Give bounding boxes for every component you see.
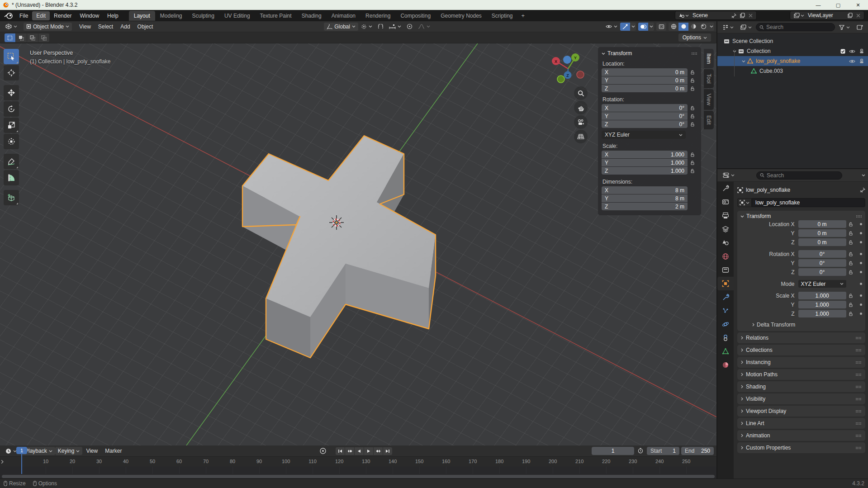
new-scene-icon[interactable] <box>738 13 747 18</box>
proportional-falloff-dropdown[interactable] <box>415 23 433 30</box>
properties-tab-physics[interactable] <box>717 317 734 331</box>
preview-range-icon[interactable] <box>638 448 643 454</box>
next-keyframe-button[interactable] <box>374 447 383 455</box>
panel-animation[interactable]: Animation <box>737 430 865 441</box>
panel-visibility[interactable]: Visibility <box>737 393 865 404</box>
expand-icon[interactable] <box>733 50 736 52</box>
play-reverse-button[interactable] <box>355 447 364 455</box>
properties-tab-tool[interactable] <box>717 182 734 195</box>
current-frame-line[interactable] <box>21 454 22 474</box>
pin-scene-icon[interactable] <box>730 13 738 18</box>
animate-dot[interactable] <box>860 253 862 255</box>
scene-name[interactable]: Scene <box>691 12 730 19</box>
timeline-scrollbar[interactable] <box>2 475 715 478</box>
outliner-row-cube-003[interactable]: Cube.003 <box>717 66 868 76</box>
menu-render[interactable]: Render <box>50 11 76 20</box>
value-field[interactable]: X1.000 <box>602 151 688 158</box>
properties-tab-object[interactable] <box>717 277 734 290</box>
end-frame-field[interactable]: End250 <box>681 447 714 455</box>
animate-dot[interactable] <box>860 271 862 273</box>
lock-icon[interactable] <box>688 78 697 83</box>
panel-collections[interactable]: Collections <box>737 345 865 355</box>
workspace-tab-rendering[interactable]: Rendering <box>360 11 395 21</box>
menu-file[interactable]: File <box>15 11 32 20</box>
tool-cursor[interactable] <box>4 65 19 81</box>
value-field[interactable]: 0° <box>798 250 846 258</box>
navigation-gizmo[interactable]: X Y Z <box>552 53 584 83</box>
panel-line-art[interactable]: Line Art <box>737 418 865 429</box>
lock-icon[interactable] <box>688 122 697 127</box>
animate-dot[interactable] <box>860 232 862 234</box>
sidebar-tab-edit[interactable]: Edit <box>704 111 714 129</box>
lock-icon[interactable] <box>688 169 697 173</box>
value-field[interactable]: 1.000 <box>798 301 846 308</box>
viewlayer-icon[interactable] <box>792 13 806 18</box>
panel-shading[interactable]: Shading <box>737 381 865 392</box>
keying-menu[interactable]: Keying <box>55 447 83 455</box>
value-field[interactable]: X0 m <box>602 68 688 76</box>
outliner-item-label[interactable]: Scene Collection <box>732 38 773 44</box>
timeline-view-menu[interactable]: View <box>82 447 101 455</box>
viewport-menu-select[interactable]: Select <box>95 23 117 31</box>
close-button[interactable]: ✕ <box>848 0 868 10</box>
value-field[interactable]: 0 m <box>798 220 846 228</box>
properties-tab-modifiers[interactable] <box>717 290 734 304</box>
animate-dot[interactable] <box>860 313 862 315</box>
viewport-menu-add[interactable]: Add <box>117 23 133 31</box>
object-low-poly-snoflake[interactable] <box>242 136 436 358</box>
disable-render-icon[interactable] <box>859 59 864 63</box>
scene-icon[interactable] <box>677 13 691 18</box>
workspace-tab-compositing[interactable]: Compositing <box>395 11 436 21</box>
xray-toggle[interactable] <box>656 23 666 31</box>
lock-icon[interactable] <box>846 303 856 307</box>
breadcrumb-object-name[interactable]: low_poly_snoflake <box>746 187 790 193</box>
pin-id-icon[interactable] <box>860 187 865 193</box>
sidebar-tab-tool[interactable]: Tool <box>704 69 714 88</box>
workspace-tab-texture-paint[interactable]: Texture Paint <box>255 11 297 21</box>
outliner-display-mode-button[interactable] <box>720 24 736 31</box>
object-id-icon[interactable] <box>737 198 752 207</box>
timeline-track[interactable] <box>0 467 716 474</box>
lock-icon[interactable] <box>688 152 697 157</box>
blender-menu-logo-icon[interactable] <box>4 12 14 19</box>
tool-select-box[interactable] <box>4 49 19 64</box>
rotation-mode-dropdown[interactable]: XYZ Euler <box>602 131 686 139</box>
animate-dot[interactable] <box>860 262 862 264</box>
menu-help[interactable]: Help <box>103 11 123 20</box>
options-dropdown[interactable]: Options <box>678 33 711 42</box>
proportional-editing-toggle[interactable] <box>404 23 415 30</box>
properties-tab-render[interactable] <box>717 195 734 209</box>
outliner-row-low_poly_snoflake[interactable]: low_poly_snoflake <box>717 56 868 66</box>
disable-render-icon[interactable] <box>859 49 864 53</box>
new-collection-button[interactable] <box>854 24 866 31</box>
value-field[interactable]: Y1.000 <box>602 159 688 166</box>
animate-dot[interactable] <box>860 294 862 297</box>
value-field[interactable]: Z1.000 <box>602 167 688 175</box>
new-viewlayer-icon[interactable] <box>846 13 854 18</box>
workspace-tab-animation[interactable]: Animation <box>327 11 360 21</box>
shading-dropdown[interactable] <box>708 23 714 31</box>
viewlayer-name[interactable]: ViewLayer <box>806 12 846 19</box>
transform-panel-header[interactable]: Transform <box>740 213 862 219</box>
select-mode-set[interactable] <box>5 33 15 42</box>
animate-dot[interactable] <box>860 241 862 243</box>
orthographic-toggle-icon[interactable] <box>574 130 588 143</box>
shading-wireframe-button[interactable] <box>669 23 678 31</box>
viewlayer-selector[interactable]: ViewLayer <box>790 11 864 20</box>
tool-transform[interactable] <box>4 134 19 149</box>
animate-dot[interactable] <box>860 303 862 306</box>
lock-icon[interactable] <box>688 114 697 118</box>
maximize-button[interactable]: ▢ <box>828 0 848 10</box>
outliner-filter-button[interactable] <box>836 24 853 31</box>
object-name-input[interactable] <box>752 198 865 207</box>
outliner-search-input[interactable] <box>766 24 831 30</box>
outliner-item-label[interactable]: low_poly_snoflake <box>756 58 800 64</box>
lock-icon[interactable] <box>846 261 856 265</box>
lock-icon[interactable] <box>688 70 697 75</box>
properties-tab-world[interactable] <box>717 250 734 263</box>
properties-tab-output[interactable] <box>717 209 734 223</box>
mode-dropdown[interactable]: Object Mode <box>24 23 72 31</box>
lock-icon[interactable] <box>846 294 856 298</box>
outliner-item-label[interactable]: Collection <box>747 48 771 54</box>
properties-editor-type-button[interactable] <box>720 171 737 179</box>
